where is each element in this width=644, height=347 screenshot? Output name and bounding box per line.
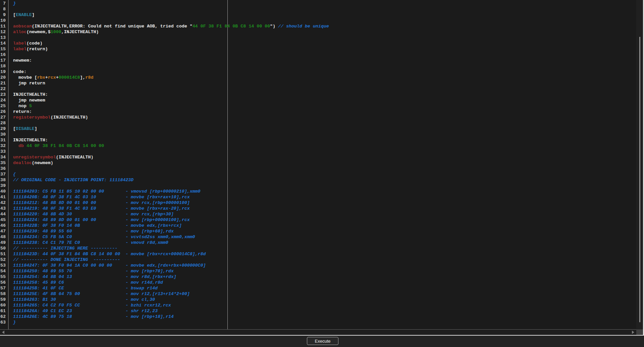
line-number: 39	[0, 183, 6, 189]
line-number: 50	[0, 246, 6, 251]
code-line: 43111184219: 48 0F 38 F1 4C 03 E0 - movb…	[0, 206, 634, 211]
code-line: 30	[0, 132, 634, 137]
line-number: 32	[0, 143, 6, 149]
line-number: 7	[0, 1, 6, 6]
code-line: 59111184263: B1 30 - mov cl,30	[0, 297, 634, 302]
line-number: 12	[0, 29, 6, 35]
line-number: 36	[0, 166, 6, 171]
line-number: 52	[0, 257, 6, 263]
code-line: 17newmem:	[0, 58, 634, 63]
line-number: 51	[0, 251, 6, 257]
line-number: 49	[0, 240, 6, 246]
line-number: 63	[0, 320, 6, 325]
line-number: 61	[0, 308, 6, 314]
code-line: 4111118420B: 48 0F 38 F1 4C 03 10 - movb…	[0, 194, 634, 200]
line-number: 33	[0, 149, 6, 154]
code-line: 52// ---------- DONE INJECTING ---------…	[0, 257, 634, 263]
line-number: 34	[0, 154, 6, 160]
code-line: 40111184203: C5 FB 11 85 10 02 00 00 - v…	[0, 189, 634, 194]
execute-button[interactable]: Execute	[307, 337, 338, 345]
code-line: 14label(code)	[0, 41, 634, 46]
code-line: 29[DISABLE]	[0, 126, 634, 132]
code-line: 27registersymbol(INJECTHEALTH)	[0, 115, 634, 120]
code-line: 39	[0, 183, 634, 189]
scroll-right-arrow-icon[interactable]	[632, 331, 634, 334]
code-line: 48111184234: C5 FB 5A C0 - vcvtsd2ss xmm…	[0, 234, 634, 240]
code-line: 31INJECTHEALTH:	[0, 137, 634, 143]
line-number: 15	[0, 46, 6, 52]
code-line: 50// ---------- INJECTING HERE ---------…	[0, 246, 634, 251]
code-line: 5811118425E: 4F 8B 64 75 00 - mov r12,[r…	[0, 291, 634, 297]
code-line: 16	[0, 52, 634, 58]
code-line: 25 nop 5	[0, 103, 634, 109]
code-line: 42111184212: 48 8B 8D 00 01 00 00 - mov …	[0, 200, 634, 206]
code-line: 13	[0, 35, 634, 41]
code-line: 32 db 44 0F 38 F1 84 0B C8 14 00 00	[0, 143, 634, 149]
line-number: 19	[0, 69, 6, 75]
code-line: 28	[0, 120, 634, 126]
line-number: 18	[0, 63, 6, 69]
line-number: 21	[0, 80, 6, 86]
code-line: 15label(return)	[0, 46, 634, 52]
line-number: 43	[0, 206, 6, 211]
code-line: 9[ENABLE]	[0, 12, 634, 18]
line-number: 24	[0, 97, 6, 103]
scroll-left-arrow-icon[interactable]	[2, 331, 4, 334]
code-line: 12alloc(newmem,$1000,INJECTHEALTH)	[0, 29, 634, 35]
line-number: 41	[0, 194, 6, 200]
line-number: 55	[0, 274, 6, 280]
code-line: 11aobscan(INJECTHEALTH,ERROR: Could not …	[0, 23, 634, 29]
line-number: 40	[0, 189, 6, 194]
line-number: 14	[0, 41, 6, 46]
code-line: 33	[0, 149, 634, 154]
script-editor[interactable]: 7}89[ENABLE]1011aobscan(INJECTHEALTH,ERR…	[0, 0, 636, 329]
line-number: 25	[0, 103, 6, 109]
line-number: 59	[0, 297, 6, 302]
line-number: 37	[0, 171, 6, 177]
code-line: 24 jmp newmem	[0, 97, 634, 103]
line-number: 54	[0, 268, 6, 274]
line-number: 9	[0, 12, 6, 18]
line-number: 27	[0, 115, 6, 120]
code-line: 26return:	[0, 109, 634, 115]
line-number: 13	[0, 35, 6, 41]
vertical-scrollbar[interactable]	[636, 0, 643, 329]
horizontal-scrollbar[interactable]	[0, 329, 636, 335]
code-line: 45111184224: 48 89 8D 00 01 00 00 - mov …	[0, 217, 634, 223]
line-number: 10	[0, 18, 6, 23]
line-number: 28	[0, 120, 6, 126]
line-number: 47	[0, 228, 6, 234]
line-number: 62	[0, 314, 6, 320]
code-line: 55111184254: 44 8B 04 13 - mov r8d,[rbx+…	[0, 274, 634, 280]
code-line: 22	[0, 86, 634, 92]
line-number: 53	[0, 263, 6, 268]
scrollbar-corner	[636, 329, 643, 335]
line-number: 11	[0, 23, 6, 29]
code-line: 8	[0, 6, 634, 12]
line-number: 35	[0, 160, 6, 166]
line-number: 60	[0, 302, 6, 308]
code-lines: 7}89[ENABLE]1011aobscan(INJECTHEALTH,ERR…	[0, 1, 634, 325]
line-number: 29	[0, 126, 6, 132]
code-line: 10	[0, 18, 634, 23]
code-line: 49111184238: C4 C1 79 7E C0 - vmovd r8d,…	[0, 240, 634, 246]
code-line: 53111184247: 0F 38 F0 94 1A C0 00 00 00 …	[0, 263, 634, 268]
line-number: 48	[0, 234, 6, 240]
line-number: 30	[0, 132, 6, 137]
line-number: 58	[0, 291, 6, 297]
code-line: 6211118426E: 4C 89 75 18 - mov [rbp+18],…	[0, 314, 634, 320]
line-number: 8	[0, 6, 6, 12]
line-number: 23	[0, 92, 6, 97]
line-number: 46	[0, 223, 6, 228]
vertical-scrollbar-thumb[interactable]	[639, 37, 640, 322]
line-number: 42	[0, 200, 6, 206]
code-line: 18	[0, 63, 634, 69]
line-number: 57	[0, 285, 6, 291]
code-line: 20 movbe [rbx+rcx+000014C8],r8d	[0, 75, 634, 80]
line-number: 44	[0, 211, 6, 217]
code-line: 36	[0, 166, 634, 171]
code-line: 44111184220: 48 8B 4D 30 - mov rcx,[rbp+…	[0, 211, 634, 217]
code-line: 34unregistersymbol(INJECTHEALTH)	[0, 154, 634, 160]
code-line: 5711118425B: 41 0F CE - bswap r14d	[0, 285, 634, 291]
line-number: 45	[0, 217, 6, 223]
